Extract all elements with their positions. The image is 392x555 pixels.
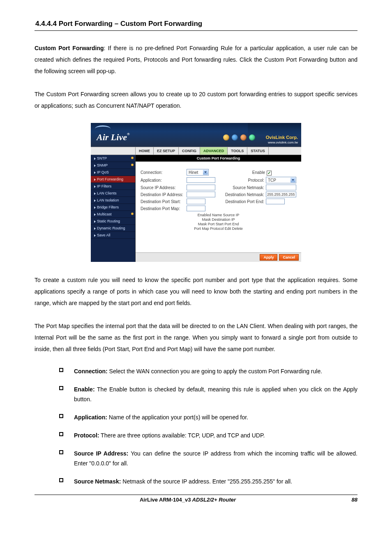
paragraph-1: Custom Port Forwarding: If there is no p… bbox=[35, 42, 357, 77]
bullet-application: Application: Name of the application you… bbox=[59, 412, 357, 422]
bullet-src-mask: Source Netmask: Netmask of the source IP… bbox=[59, 476, 357, 486]
heading-underline bbox=[35, 30, 357, 31]
sidebar-item-bridge-filters[interactable]: Bridge Filters bbox=[91, 204, 135, 211]
label-dst-start: Destination Port Start: bbox=[141, 199, 187, 204]
dst-map-input[interactable] bbox=[187, 206, 205, 211]
sidebar-item-lan-isolation[interactable]: LAN Isolation bbox=[91, 197, 135, 204]
sidebar-item-lan-clients[interactable]: LAN Clients bbox=[91, 190, 135, 197]
brand-logo: Air Live® bbox=[97, 132, 130, 143]
tab-advanced[interactable]: ADVANCED bbox=[200, 147, 228, 155]
label-enable: Enable bbox=[252, 170, 265, 175]
sidebar-item-multicast[interactable]: Multicast bbox=[91, 211, 135, 218]
tab-ezsetup[interactable]: EZ SETUP bbox=[154, 147, 179, 155]
sidebar: SNTP SNMP IP QoS Port Forwarding IP Filt… bbox=[91, 155, 136, 262]
gear-icon bbox=[131, 157, 134, 159]
enable-checkbox[interactable] bbox=[267, 171, 272, 176]
gear-icon bbox=[131, 164, 134, 166]
shot-header: Air Live® OvisLink Corp.www.ovislink.com… bbox=[91, 123, 301, 147]
sidebar-item-sntp[interactable]: SNTP bbox=[91, 155, 135, 162]
sidebar-item-ipqos[interactable]: IP QoS bbox=[91, 169, 135, 176]
label-dst-mask: Destination Netmask: bbox=[216, 192, 266, 197]
panel-footer: Apply Cancel bbox=[136, 252, 301, 262]
chevron-down-icon bbox=[203, 170, 208, 175]
corp-label: OvisLink Corp.www.ovislink.com.tw bbox=[266, 135, 298, 145]
label-dst-ip: Destination IP Address: bbox=[141, 192, 187, 197]
application-input[interactable] bbox=[187, 177, 215, 183]
src-ip-input[interactable] bbox=[187, 185, 215, 190]
square-bullet-icon bbox=[59, 478, 63, 482]
paragraph-4: The Port Map specifies the internal port… bbox=[35, 320, 357, 355]
logo-swoosh bbox=[95, 125, 111, 132]
label-src-ip: Source IP Address: bbox=[141, 185, 187, 190]
label-protocol: Protocol: bbox=[216, 178, 266, 183]
globe-icon bbox=[223, 134, 229, 141]
header-bg-art bbox=[248, 123, 301, 134]
main-tabbar: HOME EZ SETUP CONFIG ADVANCED TOOLS STAT… bbox=[91, 147, 301, 155]
paragraph-3: To create a custom rule you will need to… bbox=[35, 274, 357, 309]
section-heading: 4.4.4.4 Port Forwarding – Custom Port Fo… bbox=[35, 20, 357, 28]
tab-status[interactable]: STATUS bbox=[247, 147, 269, 155]
field-bullets: Connection: Select the WAN connection yo… bbox=[35, 366, 357, 486]
page-footer: AirLive ARM-104_v3 ADSL2/2+ Router 88 bbox=[35, 495, 357, 503]
table-header: Enabled Name Source IPMask Destination I… bbox=[141, 213, 296, 231]
cancel-button[interactable]: Cancel bbox=[279, 254, 299, 261]
panel-title: Custom Port Forwarding bbox=[136, 155, 301, 162]
src-mask-input[interactable] bbox=[266, 185, 296, 190]
connection-select[interactable]: Hinet bbox=[187, 169, 209, 176]
bullet-enable: Enable: The Enable button is checked by … bbox=[59, 384, 357, 404]
square-bullet-icon bbox=[59, 368, 63, 372]
protocol-select[interactable]: TCP bbox=[266, 177, 296, 183]
square-bullet-icon bbox=[59, 432, 63, 436]
square-bullet-icon bbox=[59, 450, 63, 454]
dst-start-input[interactable] bbox=[187, 199, 205, 204]
dst-end-input[interactable] bbox=[266, 199, 285, 204]
sidebar-item-static-routing[interactable]: Static Routing bbox=[91, 218, 135, 225]
tab-config[interactable]: CONFIG bbox=[179, 147, 200, 155]
label-application: Application: bbox=[141, 178, 187, 183]
label-src-mask: Source Netmask: bbox=[216, 185, 266, 190]
tab-tools[interactable]: TOOLS bbox=[228, 147, 247, 155]
globe-icon bbox=[240, 134, 247, 141]
para1-lead: Custom Port Forwarding bbox=[35, 45, 104, 51]
dst-mask-input[interactable]: 255.255.255.255 bbox=[266, 192, 296, 197]
label-dst-map: Destination Port Map: bbox=[141, 206, 187, 211]
router-screenshot: Air Live® OvisLink Corp.www.ovislink.com… bbox=[91, 123, 301, 262]
form-area: Connection: Hinet Enable Application: Pr… bbox=[136, 162, 301, 234]
tabbar-spacer bbox=[91, 147, 136, 155]
globe-icon bbox=[232, 134, 238, 141]
gear-icon bbox=[131, 213, 134, 215]
header-globes bbox=[223, 134, 255, 141]
chevron-down-icon bbox=[291, 178, 295, 183]
sidebar-item-ip-filters[interactable]: IP Filters bbox=[91, 183, 135, 190]
label-connection: Connection: bbox=[141, 170, 187, 175]
sidebar-item-save-all[interactable]: Save All bbox=[91, 232, 135, 239]
paragraph-2: The Custom Port Forwarding screen allows… bbox=[35, 88, 357, 111]
label-dst-end: Destination Port End: bbox=[216, 199, 266, 204]
bullet-protocol: Protocol: There are three options availa… bbox=[59, 430, 357, 440]
page-number: 88 bbox=[341, 497, 357, 503]
bullet-connection: Connection: Select the WAN connection yo… bbox=[59, 366, 357, 376]
apply-button[interactable]: Apply bbox=[260, 254, 277, 261]
tab-home[interactable]: HOME bbox=[136, 147, 154, 155]
dst-ip-input[interactable] bbox=[187, 192, 215, 197]
square-bullet-icon bbox=[59, 386, 63, 390]
sidebar-item-port-forwarding[interactable]: Port Forwarding bbox=[91, 176, 135, 183]
globe-icon bbox=[249, 134, 255, 141]
sidebar-item-dynamic-routing[interactable]: Dynamic Routing bbox=[91, 225, 135, 232]
sidebar-item-snmp[interactable]: SNMP bbox=[91, 162, 135, 169]
bullet-src-ip: Source IP Address: You can define the so… bbox=[59, 449, 357, 468]
square-bullet-icon bbox=[59, 414, 63, 418]
